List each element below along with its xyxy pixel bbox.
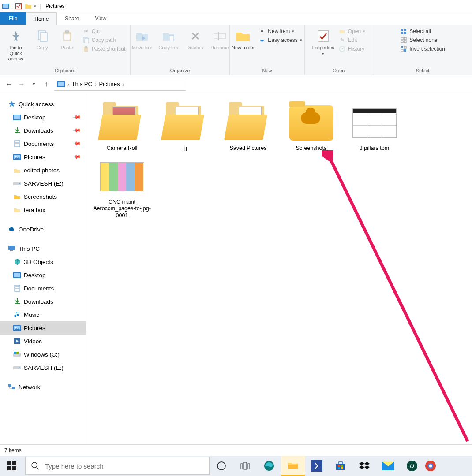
file-item[interactable]: 8 pillars tpm — [343, 101, 406, 155]
nav-forward-button[interactable]: → — [17, 79, 26, 89]
sidebar-quick-item[interactable]: Desktop📌 — [0, 111, 86, 124]
properties-button[interactable]: Properties ▾ — [311, 26, 336, 58]
tab-view[interactable]: View — [87, 12, 114, 25]
new-group-label: New — [262, 67, 272, 74]
svg-rect-31 — [14, 115, 20, 119]
sidebar-thispc-item[interactable]: 3D Objects — [0, 255, 86, 268]
taskbar-dropbox[interactable] — [352, 456, 376, 476]
sidebar-quick-access[interactable]: Quick access — [0, 97, 86, 111]
sidebar-quick-item[interactable]: Pictures📌 — [0, 150, 86, 164]
sidebar-thispc-item[interactable]: Desktop — [0, 268, 86, 282]
edit-button[interactable]: ✎Edit — [339, 36, 365, 44]
start-button[interactable] — [0, 456, 24, 476]
svg-rect-14 — [218, 32, 219, 40]
taskbar-search[interactable] — [25, 457, 210, 475]
cut-button[interactable]: ✂Cut — [82, 27, 126, 35]
sidebar-quick-item[interactable]: edited photos — [0, 164, 86, 177]
history-button[interactable]: 🕑History — [339, 45, 365, 53]
taskbar-file-explorer[interactable] — [281, 456, 305, 476]
sidebar-onedrive[interactable]: OneDrive — [0, 223, 86, 236]
system-menu-icon[interactable] — [2, 3, 10, 9]
sidebar-thispc-item[interactable]: SARVESH (E:) — [0, 361, 86, 374]
sidebar-quick-item[interactable]: Screenshots — [0, 190, 86, 203]
sidebar-thispc-item[interactable]: Downloads — [0, 295, 86, 308]
file-name: Camera Roll — [107, 145, 137, 152]
chevron-right-icon[interactable]: › — [67, 82, 69, 87]
tab-home[interactable]: Home — [26, 12, 57, 25]
sidebar-network[interactable]: Network — [0, 380, 86, 394]
open-button[interactable]: Open ▾ — [339, 27, 365, 35]
taskbar-app-u[interactable]: U — [400, 456, 424, 476]
address-bar[interactable]: › This PC › Pictures › — [54, 78, 186, 91]
paste-label: Paste — [61, 45, 73, 51]
svg-rect-74 — [336, 464, 345, 470]
nav-up-button[interactable]: ↑ — [41, 79, 51, 89]
nav-back-button[interactable]: ← — [4, 79, 14, 89]
tab-share[interactable]: Share — [57, 12, 87, 25]
qat-folder-icon[interactable] — [24, 3, 32, 9]
sidebar-quick-item[interactable]: SARVESH (E:) — [0, 177, 86, 190]
svg-text:U: U — [410, 462, 415, 469]
svg-rect-58 — [8, 384, 11, 387]
open-group-label: Open — [333, 67, 345, 74]
pin-to-quick-access-button[interactable]: Pin to Quick access — [3, 26, 29, 63]
taskbar-chrome[interactable] — [424, 456, 437, 476]
file-item[interactable]: CNC maint Aerocom_pages-to-jpg-0001 — [90, 155, 154, 222]
file-list[interactable]: Camera RolljjjSaved PicturesScreenshots8… — [86, 93, 472, 444]
taskbar-ms-store[interactable] — [329, 456, 352, 476]
crumb-current[interactable]: Pictures — [99, 81, 120, 87]
sidebar-quick-item[interactable]: Documents📌 — [0, 137, 86, 150]
pictures-icon — [13, 324, 21, 332]
osdrive-icon — [13, 351, 21, 358]
music-icon — [13, 311, 21, 319]
svg-rect-4 — [40, 33, 47, 41]
ribbon-group-select: Select all Select none Invert selection … — [373, 25, 472, 75]
sidebar-quick-item[interactable]: tera box — [0, 203, 86, 216]
qat-check-icon[interactable] — [15, 3, 22, 9]
sidebar-thispc-item[interactable]: Videos — [0, 335, 86, 348]
taskbar-taskview[interactable] — [233, 456, 257, 476]
svg-rect-22 — [401, 41, 403, 43]
sidebar-thispc-item[interactable]: Music — [0, 308, 86, 321]
svg-rect-76 — [338, 465, 340, 467]
sidebar-thispc-item[interactable]: Documents — [0, 282, 86, 295]
file-item[interactable]: Camera Roll — [90, 101, 154, 155]
taskbar-app-blue[interactable] — [305, 456, 329, 476]
chevron-right-icon[interactable]: › — [123, 82, 124, 87]
taskbar-mail[interactable] — [376, 456, 400, 476]
paste-button[interactable]: Paste — [56, 26, 78, 52]
new-folder-button[interactable]: New folder — [230, 26, 256, 52]
nav-recent-button[interactable]: ▾ — [29, 79, 39, 89]
copy-button[interactable]: Copy — [30, 26, 55, 52]
network-icon — [8, 383, 15, 391]
sidebar-thispc-item[interactable]: Pictures — [0, 321, 86, 335]
sidebar-thispc-item[interactable]: Windows (C:) — [0, 348, 86, 361]
crumb-thispc[interactable]: This PC — [72, 81, 92, 87]
folder-icon — [13, 206, 21, 214]
copy-path-button[interactable]: Copy path — [82, 36, 126, 44]
sidebar-this-pc[interactable]: This PC — [0, 242, 86, 255]
invert-selection-button[interactable]: Invert selection — [400, 45, 445, 53]
svg-point-40 — [19, 183, 20, 184]
ribbon-group-new: New folder ✦New item ▾ Easy access ▾ New — [230, 25, 305, 75]
chevron-right-icon[interactable]: › — [95, 82, 97, 87]
file-item[interactable]: jjj — [154, 101, 217, 155]
taskbar-cortana[interactable] — [210, 456, 233, 476]
select-all-button[interactable]: Select all — [400, 27, 445, 35]
easy-access-button[interactable]: Easy access ▾ — [258, 36, 302, 44]
rename-button[interactable]: Rename — [209, 26, 231, 52]
svg-rect-55 — [16, 352, 19, 354]
file-item[interactable]: Screenshots — [280, 101, 343, 155]
select-none-button[interactable]: Select none — [400, 36, 445, 44]
paste-shortcut-button[interactable]: Paste shortcut — [82, 45, 126, 53]
taskbar-edge[interactable] — [257, 456, 281, 476]
search-input[interactable] — [45, 462, 204, 470]
file-item[interactable]: Saved Pictures — [217, 101, 280, 155]
svg-rect-69 — [244, 462, 247, 469]
move-to-button[interactable]: Move to ▾ — [129, 26, 155, 52]
tab-file[interactable]: File — [0, 12, 26, 25]
new-item-button[interactable]: ✦New item ▾ — [258, 27, 302, 35]
sidebar-quick-item[interactable]: Downloads📌 — [0, 124, 86, 137]
delete-button[interactable]: ✕ Delete ▾ — [182, 26, 208, 52]
copy-to-button[interactable]: Copy to ▾ — [156, 26, 181, 52]
